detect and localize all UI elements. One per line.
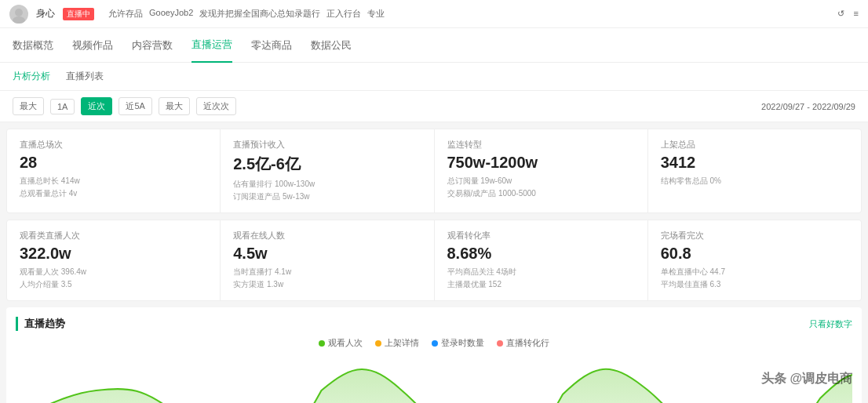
nav-video[interactable]: 视频作品 <box>72 28 113 63</box>
stat-sub-7: 平均商品关注 4场时主播最优量 152 <box>447 266 635 291</box>
legend-conv: 直播转化行 <box>497 337 549 349</box>
topbar-link-2[interactable]: GooeyJob2 <box>149 8 193 20</box>
nav-overview[interactable]: 数据概范 <box>13 28 53 63</box>
stat-viewers: 观看类直播人次 322.0w 观看量人次 396.4w人均介绍量 3.5 <box>7 220 220 300</box>
watermark: 头条 @调皮电商 <box>761 371 852 387</box>
legend-dot-viewers <box>319 340 325 347</box>
stat-value-4: 3412 <box>661 154 848 172</box>
stat-products: 上架总品 3412 结构零售总品 0% <box>648 129 861 212</box>
sub-nav-analysis[interactable]: 片析分析 <box>13 70 50 83</box>
stat-value-6: 4.5w <box>233 245 421 263</box>
stat-value-5: 322.0w <box>20 245 207 263</box>
stat-value-2: 2.5亿-6亿 <box>233 154 421 175</box>
sub-nav: 片析分析 直播列表 <box>0 63 868 91</box>
stat-label-7: 观看转化率 <box>447 230 635 241</box>
topbar-link-1[interactable]: 允许存品 <box>108 8 143 20</box>
chart-section: 直播趋势 只看好数字 观看人次 上架详情 登录时数量 直播转化行 <box>6 307 862 403</box>
stat-rate: 观看转化率 8.68% 平均商品关注 4场时主播最优量 152 <box>435 220 647 300</box>
username: 身心 <box>36 7 55 20</box>
nav-goods[interactable]: 零达商品 <box>251 28 292 63</box>
legend-label-conv: 直播转化行 <box>506 337 549 349</box>
chart-link[interactable]: 只看好数字 <box>809 318 852 330</box>
topbar-link-4[interactable]: 正入行台 <box>326 8 361 20</box>
svg-point-1 <box>13 16 25 24</box>
topbar-link-5[interactable]: 专业 <box>367 8 385 20</box>
stat-label-2: 直播预计收入 <box>233 139 421 151</box>
topbar-links: 允许存品 GooeyJob2 发现并把握全国商心总知录题行 正入行台 专业 <box>108 8 385 20</box>
stat-total-sessions: 直播总场次 28 直播总时长 414w总观看量总计 4v <box>7 129 220 212</box>
stat-label-3: 监连转型 <box>447 139 635 151</box>
stat-label-1: 直播总场次 <box>20 139 207 151</box>
nav-live[interactable]: 直播运营 <box>191 28 232 63</box>
main-nav: 数据概范 视频作品 内容营数 直播运营 零达商品 数据公民 <box>0 28 868 63</box>
stat-value-8: 60.8 <box>661 245 848 263</box>
content: 直播总场次 28 直播总时长 414w总观看量总计 4v 直播预计收入 2.5亿… <box>0 122 868 403</box>
stat-value-7: 8.68% <box>447 245 635 263</box>
filter-5a[interactable]: 近5A <box>119 97 151 115</box>
legend-login: 登录时数量 <box>432 337 484 349</box>
filter-custom[interactable]: 近次次 <box>196 97 236 115</box>
topbar-link-3[interactable]: 发现并把握全国商心总知录题行 <box>199 8 320 20</box>
stat-sub-6: 当时直播打 4.1w实方渠道 1.3w <box>233 266 421 291</box>
stat-sub-5: 观看量人次 396.4w人均介绍量 3.5 <box>20 266 207 291</box>
legend-dot-login <box>432 340 438 347</box>
avatar <box>9 5 28 24</box>
filter-max[interactable]: 最大 <box>13 97 44 115</box>
filter-recent[interactable]: 近次 <box>81 97 112 115</box>
chart-legend: 观看人次 上架详情 登录时数量 直播转化行 <box>16 337 852 349</box>
stat-complete: 完场看完次 60.8 单检直播中心 44.7平均最佳直播 6.3 <box>648 220 861 300</box>
stat-label-4: 上架总品 <box>661 139 848 151</box>
stat-value-1: 28 <box>20 154 207 172</box>
stat-sub-3: 总订阅量 19w-60w交易额/成产品 1000-5000 <box>447 175 635 200</box>
refresh-icon[interactable]: ↺ <box>837 9 844 19</box>
stat-label-6: 观看在线人数 <box>233 230 421 241</box>
filter-1a[interactable]: 1A <box>50 99 75 114</box>
legend-label-login: 登录时数量 <box>441 337 484 349</box>
legend-label-products: 上架详情 <box>385 337 419 349</box>
nav-data[interactable]: 数据公民 <box>311 28 352 63</box>
date-range: 2022/09/27 - 2022/09/29 <box>761 102 855 111</box>
chart-header: 直播趋势 只看好数字 <box>16 317 852 331</box>
legend-label-viewers: 观看人次 <box>328 337 363 349</box>
stats-row-1: 直播总场次 28 直播总时长 414w总观看量总计 4v 直播预计收入 2.5亿… <box>6 129 862 213</box>
live-badge: 直播中 <box>63 8 94 20</box>
svg-point-0 <box>15 9 23 16</box>
chart-title: 直播趋势 <box>16 317 65 331</box>
stat-online: 观看在线人数 4.5w 当时直播打 4.1w实方渠道 1.3w <box>221 220 433 300</box>
stats-row-2: 观看类直播人次 322.0w 观看量人次 396.4w人均介绍量 3.5 观看在… <box>6 220 862 301</box>
nav-content[interactable]: 内容营数 <box>132 28 173 63</box>
stat-sub-8: 单检直播中心 44.7平均最佳直播 6.3 <box>661 266 848 291</box>
legend-dot-conv <box>497 340 503 347</box>
topbar-right: ↺ ≡ <box>837 9 859 19</box>
stat-value-3: 750w-1200w <box>447 154 635 172</box>
stat-conversion: 监连转型 750w-1200w 总订阅量 19w-60w交易额/成产品 1000… <box>435 129 647 212</box>
stat-label-5: 观看类直播人次 <box>20 230 207 241</box>
sub-nav-list[interactable]: 直播列表 <box>66 70 104 83</box>
stat-sub-2: 佔有量排行 100w-130w订阅渠道产品 5w-13w <box>233 178 421 203</box>
topbar: 身心 直播中 允许存品 GooeyJob2 发现并把握全国商心总知录题行 正入行… <box>0 0 868 28</box>
settings-icon[interactable]: ≡ <box>854 9 859 19</box>
filter-all[interactable]: 最大 <box>159 97 190 115</box>
legend-dot-products <box>375 340 381 347</box>
stat-revenue: 直播预计收入 2.5亿-6亿 佔有量排行 100w-130w订阅渠道产品 5w-… <box>221 129 433 212</box>
stat-sub-4: 结构零售总品 0% <box>661 175 848 187</box>
filter-bar: 最大 1A 近次 近5A 最大 近次次 2022/09/27 - 2022/09… <box>0 91 868 122</box>
legend-products: 上架详情 <box>375 337 419 349</box>
chart-svg: 00:01 00:11 00:21 00:31 00:41 00:51 01:0… <box>16 355 852 403</box>
legend-viewers: 观看人次 <box>319 337 363 349</box>
stat-sub-1: 直播总时长 414w总观看量总计 4v <box>20 175 207 200</box>
stat-label-8: 完场看完次 <box>661 230 848 241</box>
chart-green-fill <box>16 369 852 403</box>
